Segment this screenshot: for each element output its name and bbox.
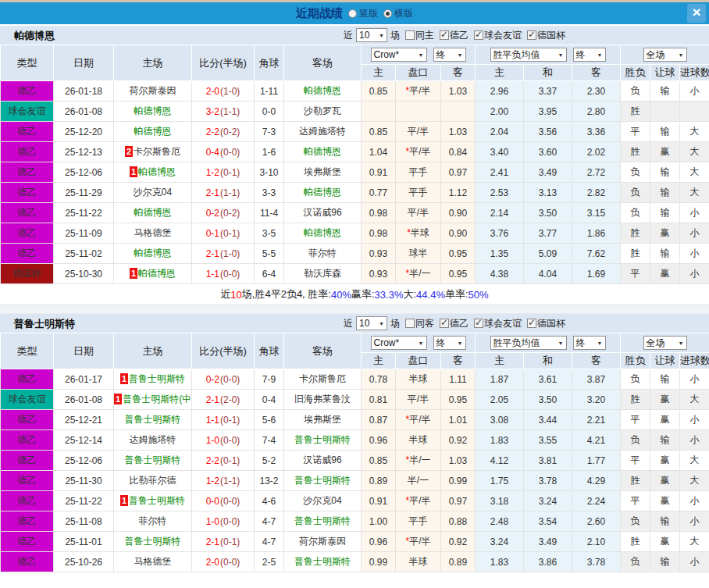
rank-badge: 1 <box>120 373 128 384</box>
away-cell: 菲尔特 <box>284 244 362 264</box>
handicap-result-cell: 赢 <box>650 264 680 284</box>
avg-home-cell: 1.83 <box>476 552 524 572</box>
handicap-result-cell: 赢 <box>650 223 680 244</box>
match-row: 德乙25-12-06普鲁士明斯特2-2(0-1)5-2汉诺威960.85*半/一… <box>1 451 709 471</box>
team-label: 沙勒罗瓦 <box>304 105 341 116</box>
sub-col-avg-away: 客 <box>572 353 621 369</box>
friendly-checkbox[interactable] <box>474 30 483 40</box>
avg-select[interactable]: 胜平负均值▼ <box>490 48 567 62</box>
avg-draw-cell: 3.86 <box>524 552 572 572</box>
match-row: 德乙25-11-22帕德博恩0-2(0-2)11-4汉诺威960.98平/半0.… <box>1 203 709 223</box>
result-group-header: 全场▼ <box>621 333 709 353</box>
corner-cell: 4-6 <box>255 491 284 511</box>
match-row: 德乙25-11-221普鲁士明斯特0-0(0-0)4-6沙尔克040.91*平/… <box>1 491 709 511</box>
avg-away-cell: 3.15 <box>572 203 621 223</box>
col-away: 客场 <box>284 45 362 81</box>
team-label: 普鲁士明斯特 <box>294 434 351 445</box>
match-count-select[interactable]: 10▼ <box>356 28 387 42</box>
chevron-down-icon: ▼ <box>597 340 603 346</box>
score-cell: 2-0(0-0) <box>192 552 255 572</box>
home-cell: 1普鲁士明斯特(中) <box>114 390 192 410</box>
close-icon[interactable]: × <box>687 4 706 23</box>
goals-result-cell: 大 <box>680 390 709 410</box>
cup-checkbox[interactable] <box>527 319 536 328</box>
corner-cell: 3-3 <box>255 183 284 203</box>
home-cell: 帕德博恩 <box>114 244 192 264</box>
odds-stage-select[interactable]: 终▼ <box>433 336 466 350</box>
corner-cell: 4-7 <box>255 511 284 532</box>
radio-icon[interactable] <box>383 9 392 18</box>
layout-radio-horizontal[interactable]: 横版 <box>383 7 413 20</box>
score-cell: 1-2(0-1) <box>192 162 255 183</box>
layout-radio-vertical[interactable]: 竖版 <box>348 7 378 20</box>
avg-away-cell: 2.30 <box>572 81 621 102</box>
bookmaker-select[interactable]: Crow*▼ <box>371 48 427 62</box>
sub-col-handicap-result: 让球 <box>650 65 680 81</box>
radio-label: 竖版 <box>359 7 378 20</box>
match-row: 球会友谊26-01-08帕德博恩3-2(1-1)0-0沙勒罗瓦2.003.952… <box>1 102 709 122</box>
type-cell: 德乙 <box>1 203 54 223</box>
same-home-checkbox[interactable] <box>405 30 415 40</box>
league-checkbox[interactable] <box>440 319 449 328</box>
avg-draw-cell: 3.37 <box>524 81 572 102</box>
scope-select[interactable]: 全场▼ <box>643 336 687 350</box>
type-cell: 德乙 <box>1 552 54 572</box>
away-cell: 达姆施塔特 <box>284 122 362 142</box>
summary-segment: 40% <box>331 289 351 301</box>
away-cell: 埃弗斯堡 <box>284 410 362 430</box>
same-away-checkbox[interactable] <box>405 319 415 328</box>
goals-result-cell: 小 <box>680 264 709 284</box>
result-cell: 负 <box>621 552 650 572</box>
filter-label: 德国杯 <box>537 317 565 330</box>
filter-label: 德乙 <box>450 317 469 330</box>
avg-home-cell: 2.00 <box>476 102 524 122</box>
scope-select[interactable]: 全场▼ <box>643 48 687 62</box>
goals-result-cell: 大 <box>680 471 709 491</box>
date-cell: 25-11-30 <box>54 471 114 491</box>
avg-group-header: 胜平负均值▼ 终▼ <box>476 45 621 65</box>
avg-home-cell: 2.04 <box>476 122 524 142</box>
score-cell: 1-0(0-0) <box>192 511 255 532</box>
odds-away-cell: 0.95 <box>441 390 476 410</box>
date-cell: 26-01-18 <box>54 81 114 102</box>
handicap-cell: *平/半 <box>396 491 441 511</box>
sub-col-goals-result: 进球数 <box>680 353 709 369</box>
sub-col-avg-home: 主 <box>476 65 524 81</box>
odds-away-cell: 1.12 <box>441 183 476 203</box>
avg-draw-cell: 3.54 <box>524 511 572 532</box>
team-label: 荷尔斯泰因 <box>299 536 346 547</box>
friendly-checkbox[interactable] <box>474 319 483 328</box>
star-mark: * <box>405 414 409 425</box>
avg-stage-select[interactable]: 终▼ <box>573 336 606 350</box>
handicap-result-cell: 赢 <box>650 471 680 491</box>
chevron-down-icon: ▼ <box>419 52 424 58</box>
radio-icon[interactable] <box>348 9 357 18</box>
avg-home-cell: 2.48 <box>476 511 524 532</box>
date-cell: 25-12-06 <box>54 451 114 471</box>
away-cell: 帕德博恩 <box>284 81 362 102</box>
type-cell: 球会友谊 <box>1 102 54 122</box>
avg-away-cell: 2.80 <box>572 102 621 122</box>
date-cell: 25-12-20 <box>54 122 114 142</box>
team-label: 帕德博恩 <box>134 207 172 218</box>
league-checkbox[interactable] <box>440 30 449 40</box>
odds-home-cell: 0.93 <box>362 264 396 284</box>
corner-cell: 4-7 <box>255 532 284 552</box>
odds-stage-select[interactable]: 终▼ <box>433 48 466 62</box>
goals-result-cell: 小 <box>680 410 709 430</box>
match-count-select[interactable]: 10▼ <box>356 316 387 330</box>
avg-stage-select[interactable]: 终▼ <box>573 48 606 62</box>
odds-away-cell: 1.11 <box>441 369 476 390</box>
summary-segment: 场,胜4平2负4, 胜率: <box>242 287 331 301</box>
avg-select[interactable]: 胜平负均值▼ <box>490 336 567 350</box>
away-cell: 帕德博恩 <box>284 183 362 203</box>
bookmaker-select[interactable]: Crow*▼ <box>371 336 427 350</box>
rank-badge: 1 <box>130 268 137 279</box>
avg-away-cell: 2.02 <box>572 142 621 162</box>
match-row: 德乙25-11-29沙尔克042-1(1-1)3-3帕德博恩0.77平手1.12… <box>1 183 709 203</box>
handicap-cell: 半/一 <box>396 471 441 491</box>
rank-badge: 1 <box>120 495 128 506</box>
score-cell: 2-1(2-0) <box>192 390 255 410</box>
type-cell: 德乙 <box>1 369 54 390</box>
cup-checkbox[interactable] <box>527 30 536 40</box>
